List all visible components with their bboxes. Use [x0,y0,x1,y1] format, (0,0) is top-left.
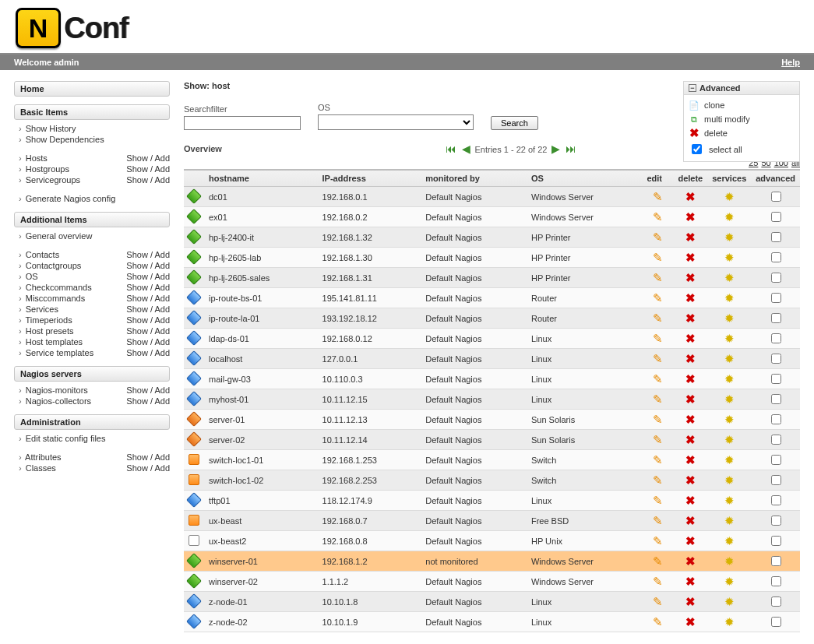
delete-icon[interactable]: ✖ [685,534,696,547]
edit-icon[interactable]: ✎ [653,473,663,487]
delete-icon[interactable]: ✖ [685,615,696,628]
sidebar-show-add[interactable]: Show / Add [126,294,170,303]
row-checkbox[interactable] [771,617,781,627]
sidebar-show-add[interactable]: Show / Add [126,452,170,462]
delete-icon[interactable]: ✖ [685,595,696,608]
row-checkbox[interactable] [771,232,781,242]
pager-prev-icon[interactable]: ◀ [460,143,472,155]
row-checkbox[interactable] [771,374,781,384]
pager-last-icon[interactable]: ⏭ [565,143,577,155]
row-checkbox[interactable] [771,293,781,303]
th-hostname[interactable]: hostname [204,170,318,187]
edit-icon[interactable]: ✎ [653,332,663,345]
sidebar-item[interactable]: › Host presets [19,326,73,336]
services-icon[interactable]: ✹ [724,372,735,385]
row-checkbox[interactable] [771,455,781,465]
th-os[interactable]: OS [527,170,642,187]
services-icon[interactable]: ✹ [724,575,735,588]
sidebar-item[interactable]: › Nagios-monitors [19,385,88,395]
edit-icon[interactable]: ✎ [653,231,663,244]
sidebar-show-add[interactable]: Show / Add [126,164,170,174]
services-icon[interactable]: ✹ [724,271,735,284]
edit-icon[interactable]: ✎ [653,595,663,608]
sidebar-show-add[interactable]: Show / Add [126,261,170,270]
edit-icon[interactable]: ✎ [653,554,663,568]
edit-icon[interactable]: ✎ [653,311,663,325]
host-link[interactable]: ux-beast2 [209,537,246,546]
search-button[interactable]: Search [491,116,538,130]
delete-icon[interactable]: ✖ [685,473,696,487]
delete-icon[interactable]: ✖ [685,291,696,304]
delete-icon[interactable]: ✖ [685,311,696,325]
delete-icon[interactable]: ✖ [685,514,696,527]
delete-icon[interactable]: ✖ [685,271,696,284]
row-checkbox[interactable] [771,556,781,566]
edit-icon[interactable]: ✎ [653,615,663,628]
host-link[interactable]: winserver-02 [209,577,258,586]
edit-icon[interactable]: ✎ [653,413,663,426]
sidebar-item[interactable]: › Hosts [19,153,48,163]
sidebar-show-add[interactable]: Show / Add [126,315,170,325]
delete-icon[interactable]: ✖ [685,392,696,406]
services-icon[interactable]: ✹ [724,554,735,568]
edit-icon[interactable]: ✎ [653,514,663,527]
sidebar-item[interactable]: › Show Dependencies [19,135,104,144]
edit-icon[interactable]: ✎ [653,251,663,264]
edit-icon[interactable]: ✎ [653,190,663,203]
th-ip[interactable]: IP-address [318,170,421,187]
edit-icon[interactable]: ✎ [653,271,663,284]
os-select[interactable] [318,114,474,130]
host-link[interactable]: mail-gw-03 [209,375,251,384]
edit-icon[interactable]: ✎ [653,433,663,446]
services-icon[interactable]: ✹ [724,311,735,325]
sidebar-item[interactable]: › Misccommands [19,294,85,303]
sidebar-show-add[interactable]: Show / Add [126,326,170,336]
host-link[interactable]: hp-lj-2400-it [209,233,254,242]
sidebar-item[interactable]: › Generate Nagios config [19,194,115,203]
services-icon[interactable]: ✹ [724,231,735,244]
sidebar-show-add[interactable]: Show / Add [126,385,170,395]
services-icon[interactable]: ✹ [724,210,735,223]
delete-icon[interactable]: ✖ [685,413,696,426]
services-icon[interactable]: ✹ [724,494,735,507]
edit-icon[interactable]: ✎ [653,575,663,588]
host-link[interactable]: localhost [209,354,242,364]
delete-icon[interactable]: ✖ [685,251,696,264]
row-checkbox[interactable] [771,313,781,323]
delete-icon[interactable]: ✖ [685,453,696,466]
collapse-icon[interactable]: − [689,84,696,92]
services-icon[interactable]: ✹ [724,332,735,345]
host-link[interactable]: tftp01 [209,496,231,505]
sidebar-show-add[interactable]: Show / Add [126,396,170,406]
sidebar-item[interactable]: › Hostgroups [19,164,69,174]
row-checkbox[interactable] [771,333,781,343]
sidebar-show-add[interactable]: Show / Add [126,463,170,473]
sidebar-item[interactable]: › Classes [19,463,56,473]
sidebar-show-add[interactable]: Show / Add [126,283,170,292]
sidebar-show-add[interactable]: Show / Add [126,337,170,347]
advanced-title[interactable]: − Advanced [684,82,799,95]
services-icon[interactable]: ✹ [724,615,735,628]
sidebar-show-add[interactable]: Show / Add [126,250,170,259]
advanced-select-all[interactable]: select all [689,140,795,158]
row-checkbox[interactable] [771,192,781,202]
edit-icon[interactable]: ✎ [653,352,663,365]
advanced-delete[interactable]: ✖ delete [689,126,795,140]
row-checkbox[interactable] [771,212,781,222]
services-icon[interactable]: ✹ [724,352,735,365]
delete-icon[interactable]: ✖ [685,575,696,588]
host-link[interactable]: server-01 [209,415,245,424]
delete-icon[interactable]: ✖ [685,494,696,507]
sidebar-item[interactable]: › Servicegroups [19,175,80,185]
edit-icon[interactable]: ✎ [653,291,663,304]
delete-icon[interactable]: ✖ [685,352,696,365]
row-checkbox[interactable] [771,354,781,364]
sidebar-item[interactable]: › Contactgroups [19,261,81,270]
host-link[interactable]: ip-route-bs-01 [209,294,262,303]
delete-icon[interactable]: ✖ [685,433,696,446]
services-icon[interactable]: ✹ [724,190,735,203]
sidebar-show-add[interactable]: Show / Add [126,153,170,163]
pager-first-icon[interactable]: ⏮ [445,143,457,155]
edit-icon[interactable]: ✎ [653,372,663,385]
edit-icon[interactable]: ✎ [653,392,663,406]
